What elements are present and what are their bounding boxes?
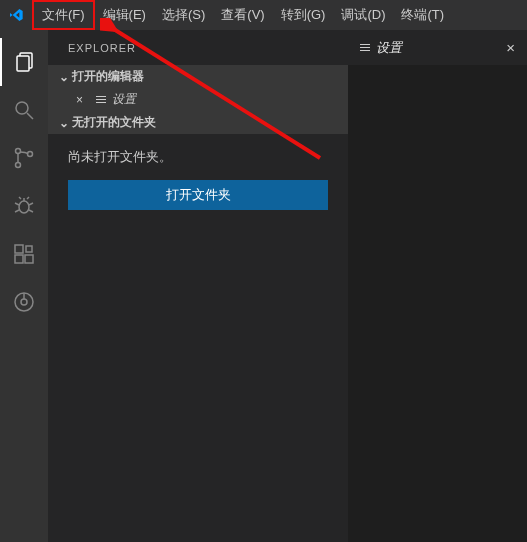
menu-goto[interactable]: 转到(G): [273, 0, 334, 30]
menu-file[interactable]: 文件(F): [32, 0, 95, 30]
svg-line-12: [29, 210, 33, 212]
remote-icon[interactable]: [0, 278, 48, 326]
open-editor-item-label: 设置: [112, 91, 136, 108]
svg-rect-1: [17, 56, 29, 71]
open-folder-button[interactable]: 打开文件夹: [68, 180, 328, 210]
no-folder-message: 尚未打开文件夹。: [68, 148, 328, 166]
settings-icon: [96, 96, 106, 104]
menu-debug[interactable]: 调试(D): [333, 0, 393, 30]
svg-line-13: [19, 197, 21, 199]
sidebar-title: EXPLORER: [48, 30, 348, 65]
svg-rect-18: [26, 246, 32, 252]
explorer-icon[interactable]: [0, 38, 48, 86]
chevron-down-icon: ⌄: [56, 116, 72, 130]
settings-icon: [360, 44, 370, 52]
sidebar: EXPLORER ⌄ 打开的编辑器 × 设置 ⌄ 无打开的文件夹 尚未打开文件夹…: [48, 30, 348, 542]
open-editors-label: 打开的编辑器: [72, 68, 144, 85]
close-icon[interactable]: ×: [506, 39, 515, 56]
svg-point-20: [21, 299, 27, 305]
tab-settings[interactable]: 设置: [360, 39, 402, 57]
chevron-down-icon: ⌄: [56, 70, 72, 84]
titlebar: 文件(F) 编辑(E) 选择(S) 查看(V) 转到(G) 调试(D) 终端(T…: [0, 0, 527, 30]
svg-line-14: [27, 197, 29, 199]
main: EXPLORER ⌄ 打开的编辑器 × 设置 ⌄ 无打开的文件夹 尚未打开文件夹…: [0, 30, 527, 542]
debug-icon[interactable]: [0, 182, 48, 230]
svg-point-6: [28, 152, 33, 157]
no-folder-section[interactable]: ⌄ 无打开的文件夹: [48, 111, 348, 134]
menu-view[interactable]: 查看(V): [213, 0, 272, 30]
sidebar-body: 尚未打开文件夹。 打开文件夹: [48, 134, 348, 542]
extensions-icon[interactable]: [0, 230, 48, 278]
svg-rect-16: [15, 255, 23, 263]
svg-line-3: [27, 113, 33, 119]
svg-point-4: [16, 149, 21, 154]
svg-line-11: [15, 210, 19, 212]
svg-point-5: [16, 163, 21, 168]
editor-area: 设置 ×: [348, 30, 527, 542]
svg-rect-17: [25, 255, 33, 263]
tab-label-text: 设置: [376, 39, 402, 57]
close-icon[interactable]: ×: [76, 93, 90, 107]
menu-edit[interactable]: 编辑(E): [95, 0, 154, 30]
svg-rect-15: [15, 245, 23, 253]
menu-terminal[interactable]: 终端(T): [393, 0, 452, 30]
source-control-icon[interactable]: [0, 134, 48, 182]
open-editors-section[interactable]: ⌄ 打开的编辑器: [48, 65, 348, 88]
svg-point-7: [19, 201, 29, 213]
menubar: 文件(F) 编辑(E) 选择(S) 查看(V) 转到(G) 调试(D) 终端(T…: [32, 0, 452, 30]
svg-point-2: [16, 102, 28, 114]
svg-line-10: [29, 203, 33, 205]
app-icon: [8, 7, 24, 23]
no-folder-label: 无打开的文件夹: [72, 114, 156, 131]
tab-row: 设置 ×: [348, 30, 527, 65]
menu-select[interactable]: 选择(S): [154, 0, 213, 30]
search-icon[interactable]: [0, 86, 48, 134]
svg-line-9: [15, 203, 19, 205]
activitybar: [0, 30, 48, 542]
open-editor-item[interactable]: × 设置: [48, 88, 348, 111]
